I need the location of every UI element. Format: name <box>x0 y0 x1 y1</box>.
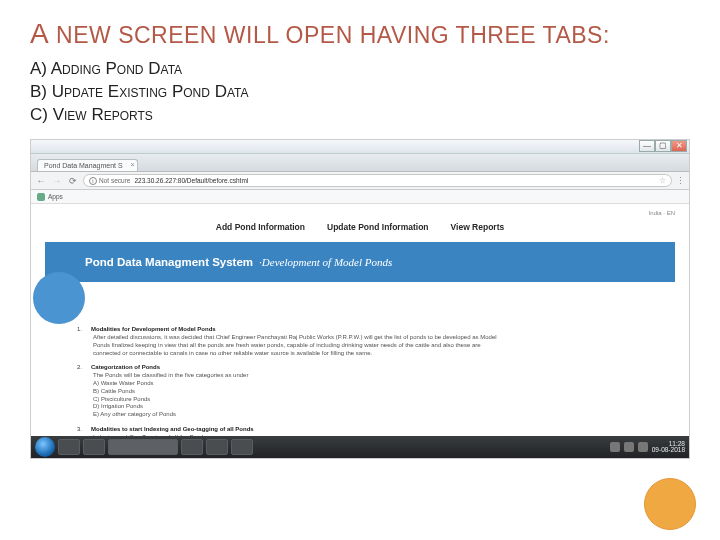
security-label: Not secure <box>99 177 130 184</box>
text-1c: connected or connectable to canals in ca… <box>93 350 649 358</box>
banner-title: Pond Data Managment System <box>85 256 253 268</box>
text-2f: E) Any other category of Ponds <box>93 411 649 419</box>
tab-update-pond[interactable]: Update Pond Information <box>327 222 429 232</box>
text-1a: After detailed discussions, it was decid… <box>93 334 649 342</box>
item-number: 3. <box>77 426 82 434</box>
text-2e: D) Irrigation Ponds <box>93 403 649 411</box>
slide-item-a: A) Adding Pond Data <box>30 58 690 81</box>
page-tabs: Add Pond Information Update Pond Informa… <box>31 204 689 232</box>
text-2c: B) Cattle Ponds <box>93 388 649 396</box>
window-maximize-button[interactable]: ▢ <box>655 140 671 152</box>
page-body: 1. Modalities for Development of Model P… <box>31 282 689 459</box>
window-minimize-button[interactable]: — <box>639 140 655 152</box>
item-number: 1. <box>77 326 82 334</box>
browser-tab[interactable]: Pond Data Managment S × <box>37 159 138 171</box>
text-2a: The Ponds will be classified in the five… <box>93 372 649 380</box>
tab-view-reports[interactable]: View Reports <box>451 222 505 232</box>
taskbar-item[interactable] <box>83 439 105 455</box>
tray-icon[interactable] <box>638 442 648 452</box>
forward-button[interactable]: → <box>51 175 63 187</box>
taskbar-item[interactable] <box>58 439 80 455</box>
tray-icon[interactable] <box>610 442 620 452</box>
decorative-circle <box>644 478 696 530</box>
slide-title-bigletter: A <box>30 18 49 49</box>
system-tray: 11:28 09-08-2018 <box>610 441 685 454</box>
text-2d: C) Pisciculture Ponds <box>93 396 649 404</box>
windows-taskbar: 11:28 09-08-2018 <box>31 436 689 458</box>
address-bar[interactable]: i Not secure 223.30.26.227:80/Default/be… <box>83 174 672 187</box>
apps-icon[interactable] <box>37 193 45 201</box>
info-icon: i <box>89 177 97 185</box>
browser-screenshot: — ▢ ✕ Pond Data Managment S × ← → ⟳ i No… <box>30 139 690 459</box>
page-banner: Pond Data Managment System · Development… <box>45 242 675 282</box>
apps-label[interactable]: Apps <box>48 193 63 200</box>
taskbar-item[interactable] <box>181 439 203 455</box>
taskbar-item[interactable] <box>231 439 253 455</box>
tab-add-pond[interactable]: Add Pond Information <box>216 222 305 232</box>
slide-item-b: B) Update Existing Pond Data <box>30 81 690 104</box>
browser-tabstrip: Pond Data Managment S × <box>31 154 689 172</box>
heading-1: Modalities for Development of Model Pond… <box>91 326 216 332</box>
slide-sublist: A) Adding Pond Data B) Update Existing P… <box>30 58 690 127</box>
page-content: India · EN Add Pond Information Update P… <box>31 204 689 458</box>
tab-close-icon[interactable]: × <box>131 161 135 168</box>
taskbar-item-active[interactable] <box>108 439 178 455</box>
browser-menu-button[interactable]: ⋮ <box>676 176 685 186</box>
bookmark-star-icon[interactable]: ☆ <box>659 176 666 185</box>
slide-title-rest: NEW SCREEN WILL OPEN HAVING THREE TABS: <box>49 22 610 48</box>
slide-item-c: C) View Reports <box>30 104 690 127</box>
slide-title: A NEW SCREEN WILL OPEN HAVING THREE TABS… <box>30 16 690 52</box>
url-text: 223.30.26.227:80/Default/before.cshtml <box>134 177 248 184</box>
text-2b: A) Waste Water Ponds <box>93 380 649 388</box>
text-1b: Ponds finalized keeping in view that all… <box>93 342 649 350</box>
item-number: 2. <box>77 364 82 372</box>
security-status: i Not secure <box>89 177 130 185</box>
heading-3: Modalities to start Indexing and Geo-tag… <box>91 426 254 432</box>
heading-2: Categorization of Ponds <box>91 364 160 370</box>
tray-date: 09-08-2018 <box>652 447 685 454</box>
browser-toolbar: ← → ⟳ i Not secure 223.30.26.227:80/Defa… <box>31 172 689 190</box>
taskbar-item[interactable] <box>206 439 228 455</box>
window-titlebar: — ▢ ✕ <box>31 140 689 154</box>
reload-button[interactable]: ⟳ <box>67 175 79 187</box>
start-button[interactable] <box>35 437 55 457</box>
back-button[interactable]: ← <box>35 175 47 187</box>
browser-tab-title: Pond Data Managment S <box>44 162 123 169</box>
tray-icon[interactable] <box>624 442 634 452</box>
bookmarks-bar: Apps <box>31 190 689 204</box>
banner-subtitle: Development of Model Ponds <box>262 256 392 268</box>
locale-label: India · EN <box>649 210 675 216</box>
window-close-button[interactable]: ✕ <box>671 140 687 152</box>
